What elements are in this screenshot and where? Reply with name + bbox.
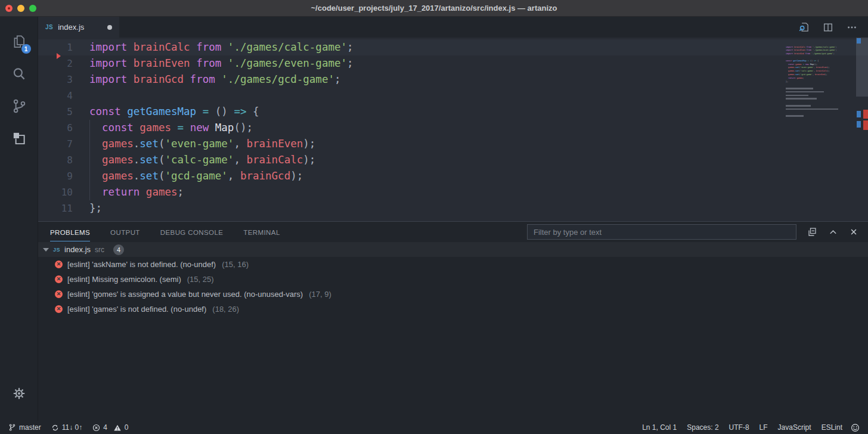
sidebar-item-search[interactable] xyxy=(5,60,33,88)
close-panel-button[interactable] xyxy=(850,228,858,236)
problems-filter-input[interactable] xyxy=(527,224,796,240)
code-line[interactable]: 11}; xyxy=(38,200,868,216)
problems-status-item[interactable]: 4 0 xyxy=(92,423,128,432)
title-bar: ~/code/user_projects/july_17_2017/artani… xyxy=(0,0,868,17)
code-text: import brainEven from './games/even-game… xyxy=(73,55,354,72)
ruler-modified-mark xyxy=(857,38,861,44)
maximize-panel-button[interactable] xyxy=(829,228,838,237)
more-actions-button[interactable] xyxy=(847,22,857,33)
code-text xyxy=(73,88,89,104)
indent-guide xyxy=(89,120,90,200)
sync-icon xyxy=(51,424,59,432)
scrollbar-slider[interactable] xyxy=(856,38,868,97)
problem-position: (15, 16) xyxy=(222,260,249,269)
open-preview-icon xyxy=(798,21,810,33)
panel-actions xyxy=(796,227,868,237)
git-branch-item[interactable]: master xyxy=(8,423,41,432)
error-count-icon xyxy=(92,424,100,432)
indentation-item[interactable]: Spaces: 2 xyxy=(687,423,718,432)
code-line[interactable]: 1import brainCalc from './games/calc-gam… xyxy=(38,39,868,55)
panel-tab-terminal[interactable]: TERMINAL xyxy=(243,222,280,241)
bottom-panel: PROBLEMSOUTPUTDEBUG CONSOLETERMINAL xyxy=(38,221,868,421)
line-number: 7 xyxy=(38,136,73,152)
git-sync-item[interactable]: 11↓ 0↑ xyxy=(51,423,82,432)
code-line[interactable]: 3import brainGcd from './games/gcd-game'… xyxy=(38,72,868,88)
problem-row[interactable]: ✕[eslint] Missing semicolon. (semi)(15, … xyxy=(38,272,868,287)
modified-dot-icon[interactable] xyxy=(107,25,112,30)
problem-row[interactable]: ✕[eslint] 'games' is not defined. (no-un… xyxy=(38,302,868,317)
branch-name: master xyxy=(19,423,41,432)
line-number: 4 xyxy=(38,88,73,104)
minimap[interactable]: import brainCalc from './games/calc-game… xyxy=(786,39,856,125)
ruler-error-mark xyxy=(863,110,868,119)
linter-status-item[interactable]: ESLint xyxy=(822,423,842,432)
activity-bar: 1 xyxy=(0,17,38,421)
code-line[interactable]: 10 return games; xyxy=(38,184,868,200)
smiley-icon xyxy=(851,423,860,432)
linter-status: ESLint xyxy=(822,423,842,432)
panel-tab-output[interactable]: OUTPUT xyxy=(110,222,140,241)
line-number: 9 xyxy=(38,168,73,184)
collapse-twisty-icon[interactable] xyxy=(43,248,49,252)
js-file-icon: JS xyxy=(45,24,53,30)
problem-position: (18, 26) xyxy=(212,305,239,314)
problem-row[interactable]: ✕[eslint] 'gomes' is assigned a value bu… xyxy=(38,287,868,302)
line-number: 3 xyxy=(38,72,73,88)
problem-row[interactable]: ✕[eslint] 'askName' is not defined. (no-… xyxy=(38,257,868,272)
search-icon xyxy=(11,66,27,82)
encoding: UTF-8 xyxy=(729,423,749,432)
code-text: }; xyxy=(73,200,102,216)
zoom-window-button[interactable] xyxy=(29,5,36,12)
group-file-name: index.js xyxy=(64,245,91,254)
cursor-position-item[interactable]: Ln 1, Col 1 xyxy=(642,423,677,432)
code-line[interactable]: 9 games.set('gcd-game', brainGcd); xyxy=(38,168,868,184)
problem-position: (15, 25) xyxy=(187,275,214,284)
problem-message: [eslint] 'games' is not defined. (no-und… xyxy=(67,305,206,314)
gutter-error-marker-icon xyxy=(57,53,61,59)
editor-actions xyxy=(798,17,868,38)
sidebar-item-explorer[interactable]: 1 xyxy=(5,27,33,56)
line-number: 11 xyxy=(38,200,73,216)
panel-tab-debug-console[interactable]: DEBUG CONSOLE xyxy=(160,222,224,241)
tab-index-js[interactable]: JS index.js xyxy=(38,17,119,38)
encoding-item[interactable]: UTF-8 xyxy=(729,423,749,432)
problems-file-group[interactable]: JS index.js src 4 xyxy=(38,242,868,257)
close-window-button[interactable] xyxy=(5,5,13,12)
code-line[interactable]: 6 const games = new Map(); xyxy=(38,120,868,136)
line-number: 10 xyxy=(38,184,73,200)
js-file-icon: JS xyxy=(53,247,60,253)
explorer-badge: 1 xyxy=(21,44,31,54)
more-actions-icon xyxy=(847,22,857,33)
code-text: games.set('even-game', brainEven); xyxy=(73,136,315,152)
code-text: games.set('gcd-game', brainGcd); xyxy=(73,168,303,184)
source-control-icon xyxy=(11,98,27,114)
code-line[interactable]: 8 games.set('calc-game', brainCalc); xyxy=(38,152,868,168)
open-preview-button[interactable] xyxy=(798,21,810,33)
ruler-modified-mark xyxy=(857,121,861,128)
minimize-window-button[interactable] xyxy=(17,5,24,12)
sidebar-item-source-control[interactable] xyxy=(5,92,33,120)
split-editor-button[interactable] xyxy=(823,22,833,33)
warning-count: 0 xyxy=(125,423,129,432)
close-icon xyxy=(850,228,858,236)
problem-count-badge: 4 xyxy=(113,244,124,255)
sidebar-item-extensions[interactable] xyxy=(5,124,33,153)
language-mode-item[interactable]: JavaScript xyxy=(778,423,811,432)
feedback-button[interactable] xyxy=(851,423,860,432)
collapse-all-button[interactable] xyxy=(807,227,817,237)
extensions-icon xyxy=(11,130,27,147)
window-title: ~/code/user_projects/july_17_2017/artani… xyxy=(0,4,868,13)
status-bar: master 11↓ 0↑ 4 0 Ln 1, Col 1 Spaces: 2 xyxy=(0,421,868,434)
settings-button[interactable] xyxy=(5,379,33,408)
git-branch-icon xyxy=(8,423,16,432)
code-line[interactable]: 2import brainEven from './games/even-gam… xyxy=(38,55,868,72)
panel-tab-problems[interactable]: PROBLEMS xyxy=(50,222,90,241)
code-line[interactable]: 4 xyxy=(38,88,868,104)
error-icon: ✕ xyxy=(55,275,63,283)
eol-item[interactable]: LF xyxy=(760,423,768,432)
code-line[interactable]: 7 games.set('even-game', brainEven); xyxy=(38,136,868,152)
panel-header: PROBLEMSOUTPUTDEBUG CONSOLETERMINAL xyxy=(38,222,868,242)
code-line[interactable]: 5const getGamesMap = () => { xyxy=(38,104,868,120)
panel-tabs: PROBLEMSOUTPUTDEBUG CONSOLETERMINAL xyxy=(50,222,300,241)
line-number: 6 xyxy=(38,120,73,136)
